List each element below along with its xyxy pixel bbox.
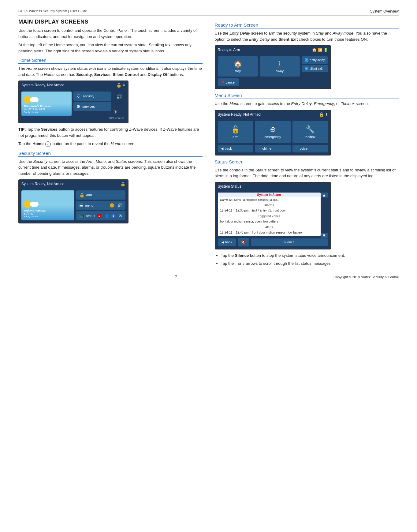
home2-icon: 🏠	[312, 47, 317, 52]
home-icon-circle: ⌂	[45, 141, 51, 147]
security-screen-title-bar: System Ready, Not Armed 🔒	[19, 180, 128, 188]
menu-button[interactable]: ☰ menu 1 🔊	[76, 201, 125, 210]
intro-p1: Use the touch screen to control and oper…	[18, 28, 203, 39]
entry-delay-label: entry delay	[310, 58, 325, 62]
arm-mode-buttons: 🏠 stay 🚶 away ✓ entry delay	[218, 56, 328, 77]
silent-exit-checkbox[interactable]: ✓	[305, 67, 308, 70]
status-icon: 📺	[79, 213, 84, 218]
bullet-1: Tap the Silence button to stop the syste…	[221, 253, 399, 259]
alarm-row1-desc: Exit / Entry #1: front door	[252, 209, 286, 212]
toolbox-label: toolbox	[305, 135, 315, 139]
weather-desc: Partly cloudy	[24, 111, 69, 114]
emergency-icon: ⊕	[258, 125, 288, 134]
away-button[interactable]: 🚶 away	[260, 56, 300, 77]
status-back-button[interactable]: ◀ back	[218, 238, 236, 246]
doc-header-left: GC2.5 Wireless Security System | User Gu…	[18, 9, 87, 13]
alarms-section-label: Alarms	[218, 203, 321, 208]
arm-lock-icon: 🔒	[79, 193, 84, 197]
status-scroll-area: System In Alarm alarms (2), alerts (1), …	[218, 193, 328, 238]
status-badge2: 3	[111, 214, 116, 218]
wifi-icon: 📶	[318, 48, 322, 52]
x-icon: ✕	[222, 80, 224, 84]
silence-bold: Silence	[235, 253, 249, 258]
menu-bottom-buttons: ◀ back ✓ chime ✓ voice	[218, 145, 328, 152]
status-button[interactable]: 📺 status 1 👤 3 ✉	[76, 211, 125, 220]
services-icon: ⚙	[76, 104, 80, 109]
alarm-row-1: 12-24-11 12:30 pm Exit / Entry #1: front…	[218, 208, 321, 214]
person-icon: 👤	[104, 213, 110, 218]
security-screen-body: Today's Forecast 61°F 92°F Partly cloudy…	[19, 188, 128, 223]
security-screen-status-icons: 🔒	[120, 182, 125, 186]
system-in-alarm-row: System In Alarm	[218, 193, 321, 197]
cancel-label: cancel	[226, 81, 236, 84]
intro-p2: At the top-left of the Home screen, you …	[18, 42, 203, 54]
status-screen-title-bar: System Status	[215, 183, 330, 190]
alert-row1-date: 12-24-11	[220, 231, 233, 234]
silent-exit-button[interactable]: ✓ silent exit	[302, 65, 328, 72]
alarm-row1-time: 12:30 pm	[236, 209, 249, 212]
toolbox-button[interactable]: 🔧 toolbox	[292, 121, 328, 143]
status-bullet-list: Tap the Silence button to stop the syste…	[221, 253, 399, 266]
status-mute-button[interactable]: 🔇	[238, 238, 249, 246]
cancel-button[interactable]: ✕ cancel	[218, 78, 239, 86]
alert-row1-desc: front door motion sensor - low battery	[252, 231, 303, 234]
menu-screen-title: System Ready, Not Armed	[218, 112, 261, 117]
silent-exit-label: silent exit	[310, 67, 323, 70]
home-screen-status-icons: 🔒 ⬇	[116, 83, 125, 88]
shield-icon: 🛡	[76, 94, 81, 99]
security-screen-title: System Ready, Not Armed	[21, 182, 65, 186]
copyright: Copyright © 2018 Nortek Security & Contr…	[333, 275, 399, 279]
scroll-up-arrow[interactable]: ▲	[321, 193, 328, 197]
status-back-arrow: ◀	[222, 240, 224, 244]
alarm-header: System In Alarm	[257, 193, 281, 197]
alert-row1-time: 12:45 pm	[236, 231, 249, 234]
menu-lock-icon: 🔒	[319, 112, 324, 117]
entry-delay-button[interactable]: ✓ entry delay	[302, 56, 328, 64]
voice-button[interactable]: ✓ voice	[292, 145, 328, 152]
weather-temps: Lo: 61°F Hi: 92°F	[24, 108, 69, 111]
arm-options-col: ✓ entry delay ✓ silent exit	[302, 56, 328, 77]
menu-screen-title-bar: System Ready, Not Armed 🔒 ⬇	[215, 111, 330, 118]
arm-btn-label: arm	[86, 193, 92, 197]
entry-delay-checkbox[interactable]: ✓	[305, 58, 308, 62]
home-screen-title: System Ready, Not Armed	[21, 83, 65, 87]
status-screen-body: System In Alarm alarms (2), alerts (1), …	[215, 190, 330, 249]
stay-label: stay	[235, 69, 241, 73]
security-screen-mockup: System Ready, Not Armed 🔒 Today's Foreca…	[18, 179, 128, 223]
home-screen-buttons: 🛡 security ⚙ services	[73, 92, 111, 116]
away-label: away	[276, 69, 284, 73]
msg-icon: ✉	[119, 213, 122, 218]
away-person-icon: 🚶	[265, 60, 295, 68]
main-title: MAIN DISPLAY SCREENS	[18, 19, 203, 25]
weather-forecast-label: Tomorrow's Forecast	[24, 105, 69, 108]
stay-button[interactable]: 🏠 stay	[218, 56, 258, 77]
emergency-button[interactable]: ⊕ emergency	[255, 121, 291, 143]
menu-screen-body: 🔓 arm ⊕ emergency 🔧 toolbox ◀	[215, 118, 330, 155]
home-screen-body: Tomorrow's Forecast Lo: 61°F Hi: 92°F Pa…	[19, 89, 128, 123]
menu-back-label: back	[225, 147, 232, 150]
toolbox-icon: 🔧	[296, 125, 325, 134]
tip-text: TIP: Tap the Services button to access f…	[18, 126, 203, 138]
scroll-down-arrow[interactable]: ▼	[321, 233, 328, 238]
home-screen-desc: The Home screen shows system status with…	[18, 66, 203, 77]
ready-arm-status-icons: 🏠 📶 🔋	[312, 47, 328, 52]
chime-button[interactable]: ✓ chime	[255, 145, 291, 152]
home-screen-title-bar: System Ready, Not Armed 🔒 ⬇	[19, 81, 128, 89]
ready-arm-body: 🏠 stay 🚶 away ✓ entry delay	[215, 54, 330, 88]
voice-check-icon: ✓	[296, 147, 298, 151]
security-button[interactable]: 🛡 security	[73, 92, 111, 101]
left-column: MAIN DISPLAY SCREENS Use the touch scree…	[18, 19, 203, 269]
menu-back-button[interactable]: ◀ back	[218, 145, 253, 152]
services-button[interactable]: ⚙ services	[73, 102, 111, 111]
security-btn-label: security	[83, 94, 94, 98]
security-screen-weather: Today's Forecast 61°F 92°F Partly cloudy	[21, 190, 74, 220]
arm-button[interactable]: 🔒 arm	[76, 190, 125, 200]
menu-arm-button[interactable]: 🔓 arm	[218, 121, 253, 143]
menu-icon: ☰	[79, 203, 83, 208]
tip-bold: TIP:	[18, 127, 26, 132]
speaker-button[interactable]: 🔊	[113, 92, 125, 101]
security-screen-heading: Security Screen	[18, 151, 203, 157]
chime-check-icon: ✓	[258, 147, 261, 151]
silence-button[interactable]: silence	[251, 238, 328, 246]
menu-main-buttons: 🔓 arm ⊕ emergency 🔧 toolbox	[218, 121, 328, 143]
